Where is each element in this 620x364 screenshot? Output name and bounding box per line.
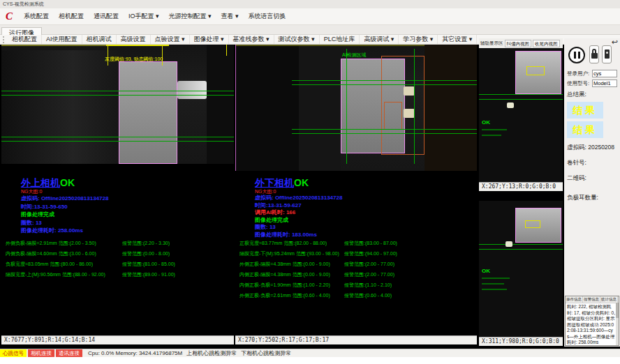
heartbeat-badge: 心跳信号	[0, 349, 27, 357]
marker-line	[226, 45, 227, 56]
virtual-code-label: 虚拟码: 20250208	[567, 144, 617, 152]
aux2-coordinates: X:311;Y:980;R:0;G:0;B:0	[479, 337, 563, 346]
tool-camera-config[interactable]: 相机配置	[8, 35, 42, 44]
threshold-annotation: 灰度阈值:93, 动态阈值:100	[105, 56, 163, 63]
menu-language-switch[interactable]: 系统语言切换	[244, 10, 290, 23]
menu-light-config[interactable]: 光源控制配置 ▾	[165, 10, 216, 23]
model-input[interactable]	[592, 79, 617, 87]
center-camera-name: 外下相机	[255, 177, 294, 188]
tab-metal-part	[177, 81, 207, 99]
baseline-line	[1, 91, 234, 91]
left-camera-coordinates: X:7677;Y:891;R:14;G:14;B:14	[1, 335, 234, 344]
tool-advanced-debug[interactable]: 高级调试 ▾	[360, 35, 399, 44]
login-user-row: 登录用户:	[567, 70, 617, 77]
aux1-status-text: OK	[482, 119, 490, 126]
window-title: CYS-视觉检测系统	[3, 1, 44, 6]
aux-text-mark	[482, 283, 504, 285]
tool-advanced-settings[interactable]: 高级设置	[117, 35, 151, 44]
log-text: 耗时: 222, 褶皱检测耗时: 17, 褶皱分类耗时: 0, 褶皱提取分区耗时…	[566, 303, 619, 347]
aux2-status-text: OK	[482, 268, 490, 274]
aux-tab-1[interactable]: 纠偏内视图	[505, 40, 532, 47]
menu-comm-config[interactable]: 通讯配置	[89, 10, 123, 23]
measurement-value: 正极宽度=83.77mm 范围:(82.00 - 88.00)	[239, 238, 344, 248]
machine-right	[425, 45, 477, 171]
log-scrollbar-thumb[interactable]	[616, 303, 619, 318]
measurement-alarm: 报警范围:(2.20 - 3.30)	[122, 238, 170, 248]
baseline-line	[479, 244, 563, 245]
result-badge-2: 结果	[567, 121, 603, 138]
tool-check-settings[interactable]: 点验设置 ▾	[151, 35, 190, 44]
center-virtual-code: 虚拟码: Offline2025020813134728	[255, 195, 342, 202]
measurement-alarm: 报警范围:(83.00 - 87.00)	[344, 238, 397, 248]
login-user-input[interactable]	[592, 70, 617, 77]
baseline-line	[292, 129, 477, 130]
left-camera-image[interactable]: 灰度阈值:93, 动态阈值:100	[1, 45, 234, 164]
comm-link-badge: 通讯连接	[56, 349, 82, 357]
center-camera-image[interactable]: AI检测区域	[235, 45, 477, 171]
tool-plc-address[interactable]: PLC地址库	[320, 35, 360, 44]
aux-camera-image-2[interactable]: OK	[479, 201, 563, 337]
lock-icon-button[interactable]	[589, 45, 599, 63]
measurement-value: 外侧正极-隔膜=4.38mm 范围:(0.00 - 9.00)	[239, 259, 344, 269]
status-bar: 心跳信号 相机连接 通讯连接 Cpu: 0.0% Memory: 3424.41…	[0, 349, 620, 357]
qrcode-label: 二维码:	[567, 174, 617, 183]
menu-camera-config[interactable]: 相机配置	[54, 10, 88, 23]
tool-baseline-params[interactable]: 基准线参数 ▾	[229, 35, 274, 44]
center-measurement-list: 正极宽度=83.77mm 范围:(82.00 - 88.00)报警范围:(83.…	[239, 238, 477, 301]
aux-header-label: 辅助显示区	[479, 40, 503, 47]
baseline-line	[479, 94, 563, 95]
lower-camera-heartbeat-text: 下相机心跳检测异常	[241, 349, 291, 357]
toolbar-grip[interactable]	[3, 36, 5, 43]
panel-button-row	[567, 40, 617, 68]
baseline-line	[1, 141, 234, 142]
center-time: 时间:13-31-59-627	[255, 202, 342, 210]
log-scrollbar[interactable]	[616, 303, 619, 345]
upper-camera-heartbeat-text: 上相机心跳检测异常	[186, 349, 237, 357]
menu-view[interactable]: 查看 ▾	[217, 10, 243, 23]
measurement-alarm: 报警范围:(0.00 - 8.00)	[122, 248, 170, 259]
log-tab-alarm[interactable]: 报警信息	[583, 296, 600, 303]
center-turn-count: 圈数: 13	[255, 224, 342, 232]
log-tab-operation[interactable]: 操作信息	[566, 296, 583, 303]
tool-icon-button[interactable]	[602, 45, 612, 63]
left-turn-count: 圈数: 13	[21, 219, 108, 227]
baseline-line	[1, 95, 234, 96]
left-camera-info-lines: 虚拟码: Offline2025020813134728 时间:13-31-59…	[21, 195, 108, 235]
tool-other-settings[interactable]: 其它设置 ▾	[438, 35, 477, 44]
result-badge-1: 结果	[567, 102, 603, 119]
pause-button[interactable]	[568, 47, 585, 63]
model-row: 使用型号:	[567, 79, 617, 87]
center-ai-time: 调用AI耗时: 166	[255, 209, 342, 217]
aux-camera-image-1[interactable]: OK	[479, 48, 563, 182]
measurement-value: 内侧正极-负极=1.90mm 范围:(1.00 - 2.20)	[239, 280, 344, 290]
menu-bar: C 系统配置 相机配置 通讯配置 IO手配置 ▾ 光源控制配置 ▾ 查看 ▾ 系…	[0, 8, 620, 25]
machine-right	[207, 45, 234, 164]
left-process-time: 图像处理耗时: 258.00ms	[21, 227, 108, 235]
baseline-line	[479, 99, 563, 100]
baseline-line	[292, 84, 477, 85]
left-camera-name: 外上相机	[21, 177, 60, 188]
aux-text-mark	[482, 289, 507, 290]
measurement-value: 外侧正极-负极=2.61mm 范围:(0.60 - 4.00)	[239, 290, 344, 301]
menu-system-config[interactable]: 系统配置	[20, 10, 53, 23]
cpu-memory-text: Cpu: 0.0% Memory: 3424.41796875M	[88, 350, 182, 356]
window-titlebar[interactable]: CYS-视觉检测系统	[0, 0, 620, 8]
measurement-alarm: 报警范围:(89.00 - 91.00)	[122, 269, 175, 280]
measurement-value: 隔膜宽度-上(M):90.56mm 范围:(88.00 - 92.00)	[6, 269, 122, 280]
log-tab-statistics[interactable]: 统计信息	[600, 296, 618, 303]
tool-image-processing[interactable]: 图像处理 ▾	[190, 35, 229, 44]
baseline-line	[292, 133, 477, 134]
baseline-line	[1, 137, 234, 137]
left-measurement-list: 外侧负极-隔膜=2.91mm 范围:(2.00 - 3.50)报警范围:(2.2…	[6, 238, 234, 280]
marker-line	[414, 49, 415, 164]
tool-ai-config[interactable]: AI使用配置	[42, 35, 82, 44]
aux-tab-2[interactable]: 收尾内视图	[533, 40, 560, 47]
tool-learning-params[interactable]: 学习参数 ▾	[399, 35, 438, 44]
tool-tester-params[interactable]: 测试仪参数 ▾	[274, 35, 320, 44]
machine-body	[299, 45, 341, 171]
marker-line	[346, 49, 347, 164]
left-camera-status: OK	[60, 177, 75, 188]
tool-camera-debug[interactable]: 相机调试	[82, 35, 117, 44]
model-label: 使用型号:	[567, 80, 592, 87]
menu-io-config[interactable]: IO手配置 ▾	[124, 10, 163, 23]
